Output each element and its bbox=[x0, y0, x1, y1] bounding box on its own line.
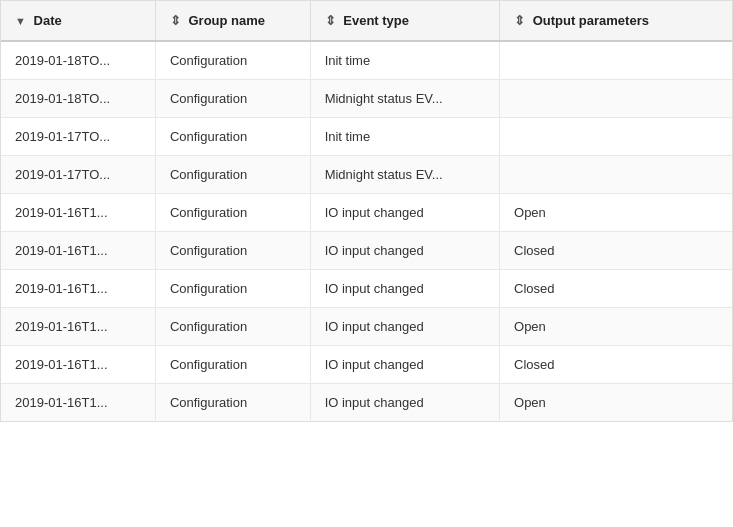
col-event-label: Event type bbox=[343, 13, 409, 28]
table-row: 2019-01-16T1...ConfigurationIO input cha… bbox=[1, 270, 732, 308]
cell-date: 2019-01-17TO... bbox=[1, 118, 155, 156]
cell-event: Init time bbox=[310, 41, 499, 80]
sort-updown-icon-event: ⇕ bbox=[325, 13, 336, 28]
table-row: 2019-01-17TO...ConfigurationMidnight sta… bbox=[1, 156, 732, 194]
cell-output bbox=[500, 156, 732, 194]
cell-event: IO input changed bbox=[310, 232, 499, 270]
cell-event: IO input changed bbox=[310, 270, 499, 308]
cell-group: Configuration bbox=[155, 80, 310, 118]
cell-event: Init time bbox=[310, 118, 499, 156]
table-body: 2019-01-18TO...ConfigurationInit time201… bbox=[1, 41, 732, 421]
table-row: 2019-01-16T1...ConfigurationIO input cha… bbox=[1, 194, 732, 232]
cell-group: Configuration bbox=[155, 270, 310, 308]
cell-group: Configuration bbox=[155, 41, 310, 80]
cell-event: IO input changed bbox=[310, 346, 499, 384]
table-row: 2019-01-16T1...ConfigurationIO input cha… bbox=[1, 346, 732, 384]
cell-date: 2019-01-18TO... bbox=[1, 41, 155, 80]
cell-group: Configuration bbox=[155, 118, 310, 156]
table-row: 2019-01-17TO...ConfigurationInit time bbox=[1, 118, 732, 156]
table-row: 2019-01-16T1...ConfigurationIO input cha… bbox=[1, 232, 732, 270]
cell-output: Closed bbox=[500, 346, 732, 384]
col-group-label: Group name bbox=[189, 13, 266, 28]
cell-group: Configuration bbox=[155, 232, 310, 270]
cell-output bbox=[500, 80, 732, 118]
cell-date: 2019-01-17TO... bbox=[1, 156, 155, 194]
cell-output bbox=[500, 41, 732, 80]
cell-event: Midnight status EV... bbox=[310, 80, 499, 118]
cell-date: 2019-01-18TO... bbox=[1, 80, 155, 118]
table-row: 2019-01-18TO...ConfigurationInit time bbox=[1, 41, 732, 80]
cell-output: Closed bbox=[500, 270, 732, 308]
cell-group: Configuration bbox=[155, 194, 310, 232]
sort-down-icon: ▼ bbox=[15, 15, 26, 27]
cell-date: 2019-01-16T1... bbox=[1, 308, 155, 346]
cell-output: Open bbox=[500, 384, 732, 422]
table-header-row: ▼ Date ⇕ Group name ⇕ Event type ⇕ Outpu… bbox=[1, 1, 732, 41]
table-row: 2019-01-18TO...ConfigurationMidnight sta… bbox=[1, 80, 732, 118]
cell-date: 2019-01-16T1... bbox=[1, 384, 155, 422]
sort-updown-icon-group: ⇕ bbox=[170, 13, 181, 28]
cell-event: IO input changed bbox=[310, 384, 499, 422]
cell-date: 2019-01-16T1... bbox=[1, 270, 155, 308]
col-output-label: Output parameters bbox=[533, 13, 649, 28]
col-header-output[interactable]: ⇕ Output parameters bbox=[500, 1, 732, 41]
col-header-event[interactable]: ⇕ Event type bbox=[310, 1, 499, 41]
cell-output: Open bbox=[500, 194, 732, 232]
cell-group: Configuration bbox=[155, 156, 310, 194]
cell-event: IO input changed bbox=[310, 308, 499, 346]
cell-output bbox=[500, 118, 732, 156]
col-header-group[interactable]: ⇕ Group name bbox=[155, 1, 310, 41]
cell-date: 2019-01-16T1... bbox=[1, 346, 155, 384]
cell-date: 2019-01-16T1... bbox=[1, 194, 155, 232]
cell-group: Configuration bbox=[155, 308, 310, 346]
col-date-label: Date bbox=[34, 13, 62, 28]
cell-group: Configuration bbox=[155, 384, 310, 422]
cell-group: Configuration bbox=[155, 346, 310, 384]
cell-event: Midnight status EV... bbox=[310, 156, 499, 194]
col-header-date[interactable]: ▼ Date bbox=[1, 1, 155, 41]
table-row: 2019-01-16T1...ConfigurationIO input cha… bbox=[1, 384, 732, 422]
sort-updown-icon-output: ⇕ bbox=[514, 13, 525, 28]
cell-output: Closed bbox=[500, 232, 732, 270]
cell-output: Open bbox=[500, 308, 732, 346]
cell-date: 2019-01-16T1... bbox=[1, 232, 155, 270]
cell-event: IO input changed bbox=[310, 194, 499, 232]
data-table: ▼ Date ⇕ Group name ⇕ Event type ⇕ Outpu… bbox=[0, 0, 733, 422]
table-row: 2019-01-16T1...ConfigurationIO input cha… bbox=[1, 308, 732, 346]
